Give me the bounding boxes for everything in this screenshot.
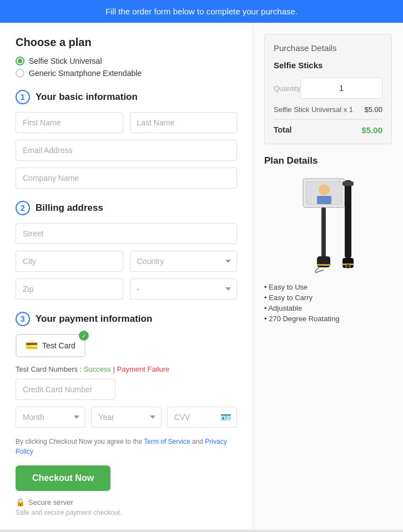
feature-4: 270 Degree Roatating xyxy=(264,313,392,324)
country-select[interactable]: Country United States United Kingdom Can… xyxy=(130,251,238,272)
radio-generic-smartphone[interactable] xyxy=(16,69,24,78)
state-group: - xyxy=(130,278,238,300)
product-name: Selfie Sticks xyxy=(274,60,382,70)
secure-server-row: 🔒 Secure server xyxy=(16,498,237,506)
plan-option-1[interactable]: Selfie Stick Universal xyxy=(16,57,237,65)
feature-3: Adjustable xyxy=(264,303,392,313)
feature-1: Easy to Use xyxy=(264,282,392,292)
checkout-button[interactable]: Checkout Now xyxy=(16,465,110,491)
last-name-input[interactable] xyxy=(130,112,238,133)
last-name-group xyxy=(130,112,238,133)
cc-number-row xyxy=(16,379,237,400)
plan-option-2-label[interactable]: Generic Smartphone Extendable xyxy=(29,69,142,78)
year-select[interactable]: Year 202420252026 2027202820292030 xyxy=(91,407,161,428)
svg-rect-6 xyxy=(317,264,330,266)
checkout-row: Checkout Now xyxy=(16,465,237,498)
right-panel: Purchase Details Selfie Sticks Quantity … xyxy=(253,23,403,530)
zip-group xyxy=(16,278,123,300)
purchase-details-box: Purchase Details Selfie Sticks Quantity … xyxy=(264,34,392,144)
section1-title: Your basic information xyxy=(36,92,138,103)
purchase-details-title: Purchase Details xyxy=(274,43,382,53)
item-row: Selfie Stick Universal x 1 $5.00 xyxy=(274,105,382,114)
choose-plan-section: Choose a plan Selfie Stick Universal Gen… xyxy=(16,36,237,78)
section2-title: Billing address xyxy=(36,202,103,214)
left-panel: Choose a plan Selfie Stick Universal Gen… xyxy=(0,23,253,530)
choose-plan-title: Choose a plan xyxy=(16,36,237,49)
quantity-label: Quantity xyxy=(274,84,300,93)
section3-number: 3 xyxy=(16,312,30,326)
city-input[interactable] xyxy=(16,251,123,272)
svg-rect-3 xyxy=(317,196,331,204)
separator: | xyxy=(113,365,117,373)
plan-details-section: Plan Details xyxy=(264,155,392,324)
svg-point-11 xyxy=(346,264,350,268)
selfie-stick-image xyxy=(264,174,392,274)
name-row xyxy=(16,112,237,133)
plan-option-2[interactable]: Generic Smartphone Extendable xyxy=(16,69,237,78)
quantity-row: Quantity xyxy=(274,78,382,99)
svg-point-2 xyxy=(319,184,330,195)
section2-header: 2 Billing address xyxy=(16,201,237,215)
safe-text: Safe and secure payment checkout. xyxy=(16,509,237,516)
features-list: Easy to Use Easy to Carry Adjustable 270… xyxy=(264,282,392,324)
terms-prefix: By clicking Checkout Now you agree to th… xyxy=(16,438,144,445)
email-row xyxy=(16,140,237,161)
terms-and: and xyxy=(192,438,205,445)
city-country-row: Country United States United Kingdom Can… xyxy=(16,251,237,272)
zip-state-row: - xyxy=(16,278,237,300)
section3-header: 3 Your payment information xyxy=(16,312,237,326)
section1-number: 1 xyxy=(16,90,30,104)
radio-selfie-universal[interactable] xyxy=(16,57,24,65)
section1-header: 1 Your basic information xyxy=(16,90,237,104)
street-input[interactable] xyxy=(16,223,237,244)
city-group xyxy=(16,251,123,272)
plan-details-title: Plan Details xyxy=(264,155,392,166)
check-badge: ✓ xyxy=(79,331,89,341)
terms-of-service-link[interactable]: Term of Service xyxy=(144,438,190,445)
total-row: Total $5.00 xyxy=(274,119,382,135)
first-name-input[interactable] xyxy=(16,112,123,133)
cvv-card-icon: 🪪 xyxy=(220,412,231,423)
plan-option-1-label[interactable]: Selfie Stick Universal xyxy=(29,57,102,65)
svg-rect-7 xyxy=(345,180,351,258)
checkout-label: Checkout Now xyxy=(32,473,94,483)
total-price: $5.00 xyxy=(361,125,382,135)
lock-icon: 🔒 xyxy=(16,498,25,506)
top-banner: Fill the order form below to complete yo… xyxy=(0,0,403,23)
quantity-input[interactable] xyxy=(300,78,382,99)
svg-rect-4 xyxy=(321,207,326,257)
failure-link[interactable]: Payment Failure xyxy=(117,365,170,373)
first-name-group xyxy=(16,112,123,133)
company-input[interactable] xyxy=(16,168,237,189)
terms-row: By clicking Checkout Now you agree to th… xyxy=(16,437,237,457)
month-group: Month JanuaryFebruaryMarch AprilMayJune … xyxy=(16,407,85,428)
state-select[interactable]: - xyxy=(130,278,238,300)
email-input[interactable] xyxy=(16,140,237,161)
banner-text: Fill the order form below to complete yo… xyxy=(105,7,298,16)
test-card-label: Test Card xyxy=(42,341,75,350)
item-price: $5.00 xyxy=(364,105,382,114)
total-label: Total xyxy=(274,125,291,135)
company-row xyxy=(16,168,237,189)
year-group: Year 202420252026 2027202820292030 xyxy=(91,407,161,428)
cvv-group: 🪪 xyxy=(167,407,237,428)
section3-title: Your payment information xyxy=(36,313,152,325)
secure-server-label: Secure server xyxy=(28,498,73,506)
test-card-prefix: Test Card Numbers : xyxy=(16,365,84,373)
expiry-cvv-row: Month JanuaryFebruaryMarch AprilMayJune … xyxy=(16,407,237,428)
country-group: Country United States United Kingdom Can… xyxy=(130,251,238,272)
success-link[interactable]: Success xyxy=(84,365,111,373)
cc-number-input[interactable] xyxy=(16,379,115,400)
zip-input[interactable] xyxy=(16,278,123,300)
svg-rect-8 xyxy=(342,181,354,186)
credit-card-icon: 💳 xyxy=(26,340,38,352)
item-name: Selfie Stick Universal x 1 xyxy=(274,105,353,114)
street-row xyxy=(16,223,237,244)
section2-number: 2 xyxy=(16,201,30,215)
feature-2: Easy to Carry xyxy=(264,292,392,303)
test-card-numbers-row: Test Card Numbers : Success | Payment Fa… xyxy=(16,365,237,373)
test-card-button[interactable]: 💳 Test Card ✓ xyxy=(16,334,85,357)
month-select[interactable]: Month JanuaryFebruaryMarch AprilMayJune … xyxy=(16,407,85,428)
